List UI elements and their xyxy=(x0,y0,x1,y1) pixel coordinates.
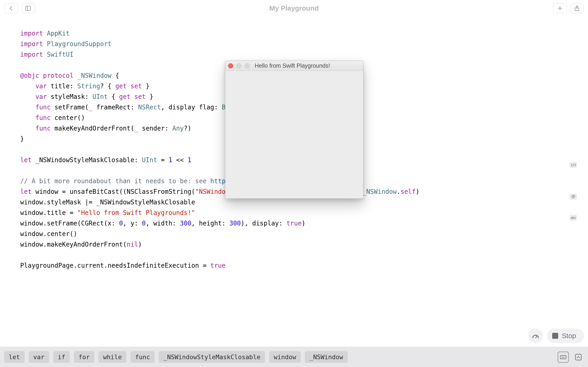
suggestion-chip[interactable]: while xyxy=(99,351,126,363)
suggestion-chips: letvarifforwhilefunc_NSWindowStyleMaskCl… xyxy=(4,351,348,363)
cube-icon xyxy=(571,194,575,199)
chevron-up-boxed-icon xyxy=(574,353,582,361)
suggestion-chip[interactable]: if xyxy=(53,351,70,363)
code-line[interactable]: import AppKit xyxy=(20,28,579,39)
suggestion-chip[interactable]: _NSWindow xyxy=(305,351,347,363)
code-line[interactable]: window.makeKeyAndOrderFront(nil) xyxy=(20,239,579,250)
suggestion-chip[interactable]: let xyxy=(4,351,25,363)
back-button[interactable] xyxy=(4,3,18,13)
sidebar-toggle-button[interactable] xyxy=(21,3,35,13)
svg-rect-0 xyxy=(26,6,31,10)
code-line[interactable] xyxy=(20,250,579,260)
live-window-body xyxy=(225,71,363,198)
keyboard-button[interactable] xyxy=(558,352,569,363)
result-badge-object[interactable] xyxy=(570,194,577,200)
suggestion-chip[interactable]: _NSWindowStyleMaskClosable xyxy=(159,351,265,363)
svg-line-3 xyxy=(536,336,537,338)
svg-rect-5 xyxy=(575,354,581,360)
code-line[interactable]: PlaygroundPage.current.needsIndefiniteEx… xyxy=(20,260,579,271)
code-line[interactable]: import PlaygroundSupport xyxy=(20,39,579,49)
suggestion-chip[interactable]: var xyxy=(29,351,49,363)
chevron-left-icon xyxy=(8,5,14,11)
share-button[interactable] xyxy=(570,3,584,13)
stop-button-label: Stop xyxy=(562,332,576,340)
code-line[interactable]: window.title = "Hello from Swift Playgro… xyxy=(20,207,579,218)
minimize-icon xyxy=(236,63,242,68)
close-icon[interactable] xyxy=(228,63,233,68)
top-toolbar: My Playground xyxy=(0,0,588,17)
stop-button[interactable]: Stop xyxy=(547,328,584,343)
live-window-title: Hello from Swift Playgrounds! xyxy=(255,62,360,69)
page-title: My Playground xyxy=(269,4,319,12)
code-line[interactable]: import SwiftUI xyxy=(20,49,579,60)
run-speed-button[interactable] xyxy=(528,328,543,343)
result-badge-numeric[interactable]: 123 xyxy=(570,162,577,168)
suggestion-chip[interactable]: func xyxy=(130,351,155,363)
svg-rect-4 xyxy=(561,355,566,359)
add-button[interactable] xyxy=(553,3,567,13)
keyboard-icon xyxy=(560,354,567,361)
share-icon xyxy=(574,5,580,11)
suggestion-chip[interactable]: for xyxy=(74,351,95,363)
suggestion-chip[interactable]: window xyxy=(269,351,301,363)
plus-icon xyxy=(557,5,563,11)
live-window-titlebar[interactable]: Hello from Swift Playgrounds! xyxy=(225,61,363,71)
code-line[interactable]: window.setFrame(CGRect(x: 0, y: 0, width… xyxy=(20,218,579,228)
result-badge-text[interactable]: abc xyxy=(570,215,577,221)
sidebar-icon xyxy=(25,5,31,11)
toolbar-left-group xyxy=(4,3,35,13)
zoom-icon xyxy=(245,63,250,68)
stop-icon xyxy=(552,333,558,339)
live-output-window[interactable]: Hello from Swift Playgrounds! xyxy=(225,60,363,199)
gauge-icon xyxy=(531,332,540,340)
expand-suggestions-button[interactable] xyxy=(573,352,584,363)
toolbar-right-group xyxy=(553,3,584,13)
suggestion-bar: letvarifforwhilefunc_NSWindowStyleMaskCl… xyxy=(0,347,588,367)
code-line[interactable]: window.center() xyxy=(20,228,579,239)
execution-controls: Stop xyxy=(528,328,584,343)
